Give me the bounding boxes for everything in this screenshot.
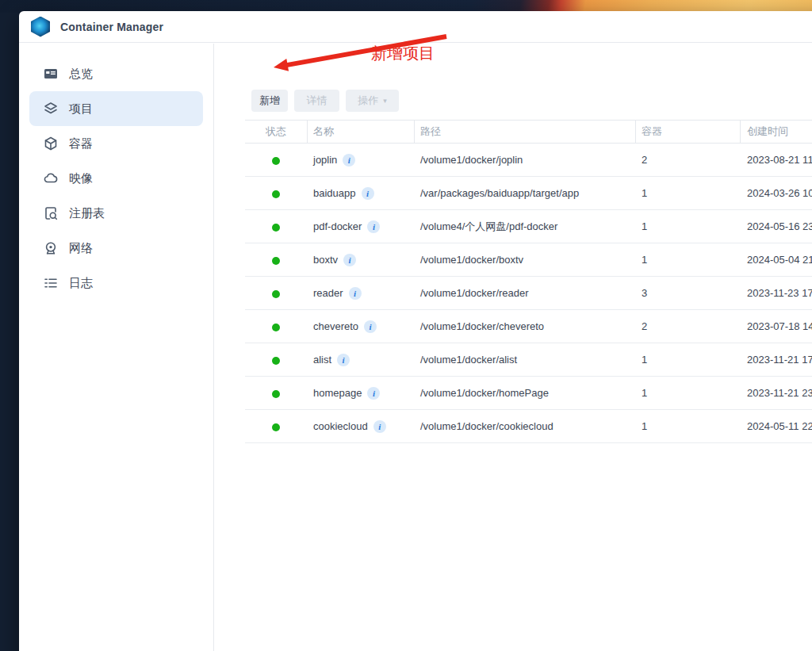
- project-container-count: 3: [635, 287, 740, 299]
- sidebar-item-network[interactable]: 网络: [29, 231, 203, 266]
- column-header-containers: 容器: [635, 124, 740, 139]
- column-header-name: 名称: [307, 124, 414, 139]
- project-created-time: 2023-11-21 23:: [740, 387, 812, 399]
- project-table: 状态 名称 路径 容器 创建时间 joplin i /volume1/docke…: [245, 120, 812, 443]
- info-icon[interactable]: i: [343, 254, 356, 266]
- status-running-dot: [272, 290, 280, 298]
- table-row[interactable]: baiduapp i /var/packages/baiduapp/target…: [245, 177, 812, 210]
- project-container-count: 1: [635, 354, 740, 366]
- image-cloud-icon: [43, 170, 59, 186]
- project-container-count: 2: [635, 154, 740, 166]
- table-row[interactable]: chevereto i /volume1/docker/chevereto 2 …: [245, 310, 812, 343]
- status-running-dot: [272, 423, 280, 431]
- sidebar-item-log[interactable]: 日志: [29, 266, 203, 301]
- project-container-count: 1: [635, 254, 740, 266]
- info-icon[interactable]: i: [364, 320, 377, 333]
- sidebar-item-label: 注册表: [69, 206, 105, 221]
- sidebar-item-label: 映像: [69, 171, 93, 186]
- project-created-time: 2023-11-21 17:: [740, 354, 812, 366]
- sidebar-item-label: 总览: [69, 67, 93, 82]
- project-path: /volume1/docker/boxtv: [414, 254, 635, 266]
- project-layers-icon: [43, 101, 59, 117]
- column-header-path: 路径: [414, 124, 635, 139]
- project-name: chevereto: [313, 320, 358, 332]
- project-path: /volume1/docker/reader: [414, 287, 635, 299]
- sidebar: 总览 项目 容器 映像: [19, 44, 214, 651]
- status-running-dot: [272, 224, 280, 232]
- project-name: pdf-docker: [313, 220, 362, 232]
- table-row[interactable]: reader i /volume1/docker/reader 3 2023-1…: [245, 277, 812, 310]
- network-icon: [43, 240, 59, 256]
- container-manager-logo-icon: [31, 17, 50, 37]
- add-button[interactable]: 新增: [251, 90, 288, 112]
- registry-search-doc-icon: [43, 205, 59, 221]
- project-created-time: 2024-05-16 23:: [740, 220, 812, 232]
- project-path: /var/packages/baiduapp/target/app: [414, 187, 635, 199]
- project-container-count: 2: [635, 320, 740, 332]
- status-running-dot: [272, 390, 280, 398]
- content-area: 新增 详情 操作▾ 状态 名称 路径 容器 创建时间 joplin i /vol…: [215, 44, 812, 651]
- project-created-time: 2024-05-04 21:: [740, 254, 812, 266]
- project-created-time: 2023-11-23 17:: [740, 287, 812, 299]
- status-running-dot: [272, 357, 280, 365]
- project-container-count: 1: [635, 220, 740, 232]
- info-icon[interactable]: i: [337, 354, 350, 366]
- details-button[interactable]: 详情: [294, 90, 339, 112]
- project-path: /volume4/个人网盘/pdf-docker: [414, 220, 635, 234]
- sidebar-item-image[interactable]: 映像: [29, 161, 203, 196]
- project-name: reader: [313, 287, 343, 299]
- project-name: cookiecloud: [313, 420, 368, 432]
- status-running-dot: [272, 324, 280, 331]
- table-row[interactable]: pdf-docker i /volume4/个人网盘/pdf-docker 1 …: [245, 210, 812, 243]
- info-icon[interactable]: i: [373, 420, 386, 433]
- container-cube-icon: [43, 136, 59, 151]
- table-row[interactable]: homepage i /volume1/docker/homePage 1 20…: [245, 377, 812, 410]
- project-path: /volume1/docker/homePage: [414, 387, 635, 399]
- project-name: baiduapp: [313, 187, 356, 199]
- sidebar-item-overview[interactable]: 总览: [29, 56, 203, 91]
- project-container-count: 1: [635, 420, 740, 432]
- project-container-count: 1: [635, 387, 740, 399]
- project-created-time: 2023-08-21 11:: [740, 154, 812, 166]
- project-name: alist: [313, 354, 331, 366]
- window-titlebar: Container Manager: [19, 11, 812, 43]
- project-name: homepage: [313, 387, 362, 399]
- status-running-dot: [272, 257, 280, 265]
- info-icon[interactable]: i: [349, 287, 362, 300]
- project-path: /volume1/docker/chevereto: [414, 320, 635, 332]
- project-path: /volume1/docker/alist: [414, 354, 635, 366]
- project-container-count: 1: [635, 187, 740, 199]
- project-name: boxtv: [313, 254, 338, 266]
- sidebar-item-registry[interactable]: 注册表: [29, 196, 203, 231]
- sidebar-item-label: 容器: [69, 136, 93, 151]
- info-icon[interactable]: i: [367, 387, 380, 400]
- table-row[interactable]: boxtv i /volume1/docker/boxtv 1 2024-05-…: [245, 243, 812, 277]
- container-manager-window: Container Manager 总览 项目 容器: [19, 11, 812, 651]
- project-name: joplin: [313, 154, 337, 166]
- project-created-time: 2024-03-26 10:: [740, 187, 812, 199]
- status-running-dot: [272, 157, 280, 165]
- status-running-dot: [272, 190, 280, 198]
- overview-card-icon: [43, 66, 59, 82]
- sidebar-item-label: 网络: [69, 241, 93, 256]
- table-row[interactable]: alist i /volume1/docker/alist 1 2023-11-…: [245, 343, 812, 377]
- log-list-icon: [43, 275, 59, 291]
- table-header-row: 状态 名称 路径 容器 创建时间: [245, 120, 812, 144]
- window-title: Container Manager: [60, 21, 163, 33]
- sidebar-item-label: 项目: [69, 101, 93, 117]
- sidebar-item-label: 日志: [69, 276, 93, 291]
- project-created-time: 2023-07-18 14:: [740, 320, 812, 332]
- project-path: /volume1/docker/cookiecloud: [414, 420, 635, 432]
- info-icon[interactable]: i: [343, 154, 355, 167]
- info-icon[interactable]: i: [362, 187, 374, 200]
- project-created-time: 2024-05-11 22:: [740, 420, 812, 432]
- table-row[interactable]: joplin i /volume1/docker/joplin 2 2023-0…: [245, 144, 812, 177]
- column-header-status: 状态: [245, 124, 307, 139]
- actions-button[interactable]: 操作▾: [346, 90, 399, 112]
- sidebar-item-container[interactable]: 容器: [29, 126, 203, 161]
- project-path: /volume1/docker/joplin: [414, 154, 635, 166]
- table-row[interactable]: cookiecloud i /volume1/docker/cookieclou…: [245, 410, 812, 443]
- sidebar-item-project[interactable]: 项目: [29, 91, 203, 126]
- column-header-created: 创建时间: [740, 124, 812, 139]
- info-icon[interactable]: i: [367, 220, 380, 233]
